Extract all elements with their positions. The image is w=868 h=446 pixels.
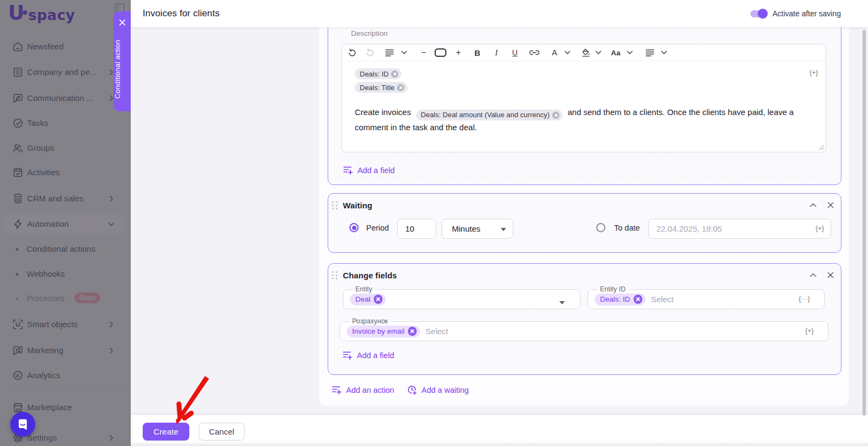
chip-remove-icon[interactable] <box>391 71 398 78</box>
increase-font-icon[interactable]: + <box>456 48 461 58</box>
description-text-segment: Create invoices <box>355 107 411 117</box>
chat-icon <box>16 418 29 431</box>
playlist-add-icon <box>343 165 353 175</box>
link-label: Add a field <box>358 166 395 175</box>
rich-text-editor[interactable]: − + B I U A Aa Deals: ID De <box>341 44 826 152</box>
add-field-button[interactable]: Add a field <box>343 165 395 175</box>
entity-chip[interactable]: Deal <box>350 294 386 305</box>
chip-label: Invoice by email <box>352 327 405 335</box>
todate-radio[interactable] <box>596 223 605 232</box>
chevron-down-icon[interactable] <box>565 50 571 55</box>
insert-variable-button[interactable]: {+} <box>809 69 818 77</box>
custom-field[interactable]: Розрахунок Invoice by email Select {+} <box>340 318 828 341</box>
vertical-scrollbar[interactable] <box>863 30 866 416</box>
date-input[interactable]: 22.04.2025, 18:05 {+} <box>648 219 831 239</box>
insert-id-button[interactable]: {···} <box>799 295 810 303</box>
decrease-font-icon[interactable]: − <box>421 48 426 58</box>
align-icon[interactable] <box>646 49 654 56</box>
drag-handle-icon[interactable] <box>332 271 339 281</box>
action-panel-task: Description − + B I U A <box>328 27 841 185</box>
insert-variable-button[interactable]: {+} <box>805 327 814 335</box>
collapse-panel-icon[interactable] <box>809 271 817 279</box>
chip-label: Deals: Deal amount (Value and currency) <box>421 108 550 122</box>
playlist-add-icon <box>332 385 342 394</box>
todate-label: To date <box>614 224 640 232</box>
modal-footer: Create Cancel <box>131 415 868 446</box>
paragraph-style-icon[interactable] <box>385 49 394 56</box>
entity-id-field[interactable]: Entity ID Deals: ID Select {···} <box>588 286 825 309</box>
link-label: Add a waiting <box>422 386 469 394</box>
description-text[interactable]: Create invoices Deals: Deal amount (Valu… <box>355 105 810 135</box>
bold-icon[interactable]: B <box>475 48 481 58</box>
period-label: Period <box>366 224 389 232</box>
custom-field-chip[interactable]: Invoice by email <box>347 326 420 337</box>
text-case-icon[interactable]: Aa <box>611 49 620 57</box>
add-field-button[interactable]: Add a field <box>343 351 394 360</box>
chip-remove-icon[interactable] <box>408 327 417 336</box>
automation-canvas: Description − + B I U A <box>319 27 849 406</box>
chip-label: Deals: ID <box>600 295 630 303</box>
add-waiting-button[interactable]: Add a waiting <box>407 385 469 395</box>
entity-field-label: Entity <box>353 286 375 292</box>
select-placeholder: Select <box>425 327 448 336</box>
date-placeholder: 22.04.2025, 18:05 <box>656 224 722 233</box>
select-caret-icon <box>559 301 565 304</box>
select-value: Minutes <box>452 224 481 233</box>
link-label: Add an action <box>346 386 394 394</box>
inline-field-chip[interactable]: Deals: Deal amount (Value and currency) <box>416 110 563 120</box>
text-color-icon[interactable]: A <box>552 48 557 57</box>
chevron-down-icon[interactable] <box>627 50 633 55</box>
input-value: 10 <box>405 224 414 233</box>
collapse-panel-icon[interactable] <box>809 201 817 209</box>
chip-label: Deals: ID <box>360 70 388 78</box>
period-unit-select[interactable]: Minutes <box>442 219 513 239</box>
chip-remove-icon[interactable] <box>552 112 559 119</box>
link-icon[interactable] <box>529 50 540 55</box>
underline-icon[interactable]: U <box>512 48 518 57</box>
chip-label: Deals: Title <box>360 84 394 92</box>
playlist-add-icon <box>343 351 353 360</box>
custom-field-label: Розрахунок <box>349 318 391 324</box>
modal-header: Invoices for clients Activate after savi… <box>131 0 868 27</box>
activate-toggle[interactable] <box>750 10 766 17</box>
field-chip[interactable]: Deals: ID <box>355 68 401 79</box>
close-panel-icon[interactable] <box>827 271 834 279</box>
entity-id-field-label: Entity ID <box>597 286 628 292</box>
entity-id-chip[interactable]: Deals: ID <box>595 294 646 305</box>
chevron-down-icon[interactable] <box>401 50 407 55</box>
field-chip[interactable]: Deals: Title <box>355 82 407 93</box>
toggle-knob <box>758 9 768 18</box>
entity-field[interactable]: Entity Deal <box>343 286 580 309</box>
link-label: Add a field <box>357 351 394 360</box>
editor-toolbar: − + B I U A Aa <box>342 44 826 61</box>
resize-handle-icon[interactable] <box>818 144 824 150</box>
redo-icon[interactable] <box>366 48 375 58</box>
drag-handle-icon[interactable] <box>332 201 339 211</box>
period-radio[interactable] <box>349 223 359 232</box>
chip-remove-icon[interactable] <box>397 84 404 91</box>
chip-label: Deal <box>355 295 371 303</box>
panel-title: Waiting <box>343 201 372 210</box>
select-caret-icon <box>501 228 506 231</box>
insert-variable-button[interactable]: {+} <box>815 225 824 232</box>
chevron-down-icon[interactable] <box>596 50 602 55</box>
period-value-input[interactable]: 10 <box>397 219 436 239</box>
chevron-down-icon[interactable] <box>661 50 667 55</box>
modal-title: Invoices for clients <box>143 8 220 19</box>
panel-title: Change fields <box>343 271 397 280</box>
add-action-button[interactable]: Add an action <box>332 385 394 394</box>
modal-overlay <box>0 0 131 446</box>
select-placeholder: Select <box>651 295 674 304</box>
chip-remove-icon[interactable] <box>634 295 643 304</box>
undo-icon[interactable] <box>348 48 357 58</box>
description-label: Description <box>351 29 388 37</box>
close-icon[interactable] <box>119 19 126 26</box>
close-panel-icon[interactable] <box>827 201 834 209</box>
chip-remove-icon[interactable] <box>374 295 383 304</box>
chat-widget-button[interactable] <box>10 412 35 437</box>
italic-icon[interactable]: I <box>495 48 498 58</box>
highlight-color-icon[interactable] <box>582 48 590 57</box>
frame-icon[interactable] <box>435 48 446 57</box>
conditional-action-ribbon[interactable]: Conditional action <box>113 11 131 111</box>
annotation-arrow <box>163 361 222 431</box>
